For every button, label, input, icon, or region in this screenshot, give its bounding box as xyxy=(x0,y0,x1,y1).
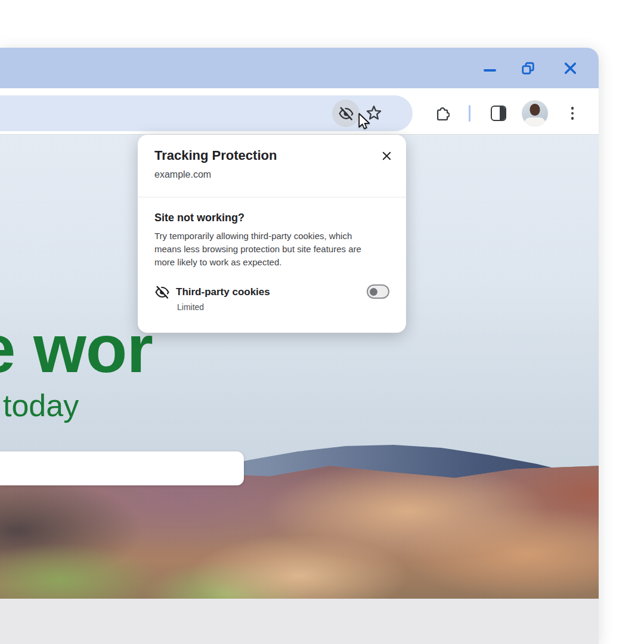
page-subheadline: today xyxy=(3,390,79,421)
extensions-puzzle-icon xyxy=(434,106,450,121)
restore-button[interactable] xyxy=(515,48,541,88)
page-footer-area xyxy=(0,599,599,644)
more-menu-button[interactable] xyxy=(565,104,580,123)
browser-window: e wor today Tracking Protection example.… xyxy=(0,48,599,644)
minimize-button[interactable] xyxy=(476,48,503,88)
page-search-bar[interactable] xyxy=(0,451,244,485)
close-icon xyxy=(564,61,577,75)
site-not-working-body: Try temporarily allowing third-party coo… xyxy=(154,230,377,270)
third-party-cookies-label: Third-party cookies xyxy=(176,286,270,298)
minimize-icon xyxy=(484,69,496,71)
popup-divider xyxy=(138,197,406,197)
profile-button[interactable] xyxy=(522,100,548,126)
extensions-button[interactable] xyxy=(434,106,450,121)
page-headline: e wor xyxy=(0,315,153,383)
toolbar-separator xyxy=(469,105,470,122)
popup-close-button[interactable] xyxy=(381,150,392,161)
third-party-cookies-toggle[interactable] xyxy=(367,284,389,299)
avatar xyxy=(522,100,548,126)
tracking-protection-popup: Tracking Protection example.com Site not… xyxy=(138,135,406,333)
third-party-cookies-status: Limited xyxy=(177,302,204,312)
mouse-cursor xyxy=(355,112,373,130)
popup-site-url: example.com xyxy=(154,169,211,180)
restore-icon xyxy=(521,61,535,75)
eye-off-icon xyxy=(154,284,170,300)
side-panel-icon xyxy=(491,106,506,121)
popup-title: Tracking Protection xyxy=(154,148,277,163)
site-not-working-heading: Site not working? xyxy=(154,212,244,224)
side-panel-button[interactable] xyxy=(491,106,506,120)
window-titlebar xyxy=(0,48,599,88)
close-window-button[interactable] xyxy=(557,48,583,88)
browser-toolbar xyxy=(0,88,599,135)
toggle-knob xyxy=(370,288,377,296)
more-menu-icon xyxy=(571,107,574,110)
eye-off-icon xyxy=(338,106,354,122)
close-icon xyxy=(382,151,392,161)
